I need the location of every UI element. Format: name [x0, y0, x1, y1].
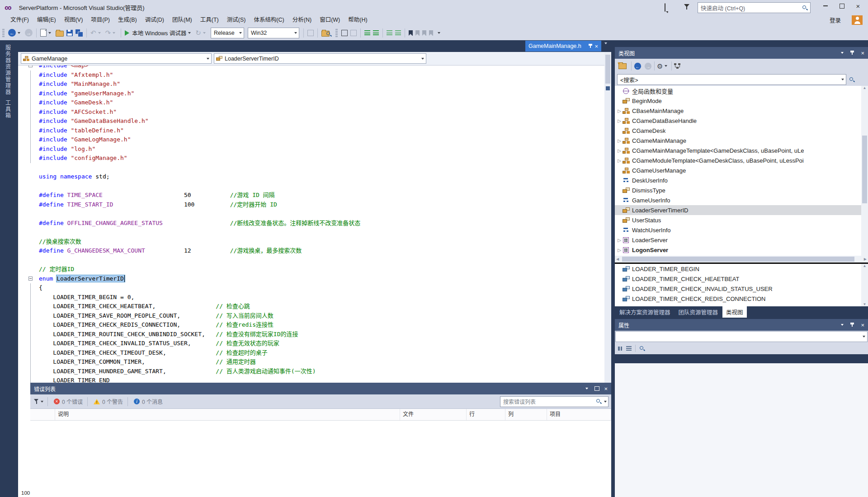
quick-launch-input[interactable]: 快速启动 (Ctrl+Q)	[698, 2, 811, 13]
open-file-button[interactable]	[56, 28, 64, 38]
close-panel-icon[interactable]: ×	[604, 385, 608, 392]
search-icon[interactable]	[849, 77, 855, 83]
expander-icon[interactable]: ▷	[616, 148, 623, 153]
close-button[interactable]: ×	[850, 0, 866, 12]
menu-item[interactable]: 团队(M)	[168, 15, 196, 25]
tool-window-tab[interactable]: 解决方案资源管理器	[616, 306, 674, 318]
error-list-body[interactable]	[30, 421, 611, 497]
class-view-tree-item[interactable]: DeskUserInfo	[615, 175, 868, 185]
property-search-icon[interactable]	[639, 346, 645, 352]
previous-bookmark-button[interactable]	[415, 28, 420, 38]
sign-in-link[interactable]: 登录	[830, 16, 841, 24]
save-button[interactable]	[66, 28, 73, 38]
configuration-combo[interactable]: Release	[211, 28, 244, 38]
clear-bookmarks-button[interactable]	[429, 28, 433, 38]
minimize-button[interactable]	[817, 0, 834, 12]
tree-horizontal-scrollbar[interactable]: ◀▶	[615, 256, 868, 263]
copy-button[interactable]	[350, 28, 357, 38]
properties-object-combo[interactable]	[615, 331, 868, 342]
class-view-tree-item[interactable]: ▷CGameModuleTemplate<GameDeskClass, uBas…	[615, 155, 868, 165]
code-line[interactable]	[18, 163, 604, 173]
code-line[interactable]: #include <map>	[18, 66, 604, 70]
pin-icon[interactable]	[848, 50, 856, 56]
member-list-item[interactable]: LOADER_TIMER_CHECK_INVALID_STATUS_USER	[615, 284, 868, 294]
error-column-header[interactable]	[30, 409, 55, 420]
class-diagram-icon[interactable]	[674, 63, 681, 69]
pin-icon[interactable]	[588, 43, 593, 49]
scrollbar-thumb[interactable]	[605, 55, 610, 84]
member-vertical-scrollbar[interactable]: ▲▼	[861, 264, 868, 306]
next-bookmark-button[interactable]	[422, 28, 426, 38]
class-view-tree-item[interactable]: ▷LogonServer	[615, 245, 868, 255]
tool-rail-tab[interactable]: 工具箱	[4, 100, 12, 119]
menu-item[interactable]: 窗口(W)	[316, 15, 344, 25]
refresh-button[interactable]: ↻	[195, 28, 208, 38]
find-in-files-button[interactable]	[321, 28, 332, 38]
code-line[interactable]: enum LoaderServerTimerID	[18, 274, 604, 284]
code-line[interactable]: LOADER_TIMER_BEGIN = 0,	[18, 293, 604, 302]
tab-overflow-button[interactable]	[603, 44, 609, 52]
code-line[interactable]: LOADER_TIMER_HUNDRED_GAME_START, // 百人类游…	[18, 367, 604, 376]
increase-indent-button[interactable]	[373, 28, 379, 38]
error-column-header[interactable]: 行	[467, 409, 505, 420]
navigate-forward-button[interactable]: →	[25, 28, 33, 38]
expander-icon[interactable]: ▷	[616, 118, 623, 123]
filter-icon[interactable]	[34, 399, 40, 404]
code-line[interactable]: #include "GameDataBaseHandle.h"	[18, 117, 604, 126]
save-all-button[interactable]	[75, 28, 83, 38]
window-position-icon[interactable]	[841, 52, 844, 54]
code-line[interactable]: #define TIME_SPACE 50 //游戏 ID 间隔	[18, 191, 604, 200]
code-line[interactable]: {	[18, 283, 604, 293]
code-line[interactable]: #include "GameDesk.h"	[18, 98, 604, 108]
attach-process-button[interactable]	[307, 28, 314, 38]
navigate-to-button[interactable]	[341, 28, 348, 38]
class-view-tree-item[interactable]: CGameUserManage	[615, 165, 868, 175]
class-view-tree-item[interactable]: WatchUserInfo	[615, 225, 868, 235]
expander-icon[interactable]: ▷	[616, 238, 623, 243]
menu-item[interactable]: 工具(T)	[196, 15, 223, 25]
code-line[interactable]: #include "log.h"	[18, 145, 604, 154]
code-line[interactable]: LOADER_TIMER_SAVE_ROOM_PEOPLE_COUNT, // …	[18, 311, 604, 321]
tree-vertical-scrollbar[interactable]: ▲	[861, 86, 868, 256]
member-dropdown[interactable]: LoaderServerTimerID	[214, 53, 426, 64]
member-list-item[interactable]: LOADER_TIMER_CHECK_REDIS_CONNECTION	[615, 294, 868, 304]
menu-item[interactable]: 分析(N)	[288, 15, 316, 25]
code-line[interactable]: LOADER_TIMER_CHECK_TIMEOUT_DESK, // 检查超时…	[18, 348, 604, 358]
code-line[interactable]: LOADER_TIMER_ROUTINE_CHECK_UNBINDID_SOCK…	[18, 330, 604, 339]
error-column-header[interactable]: 说明	[55, 409, 400, 420]
uncomment-button[interactable]	[395, 28, 401, 38]
member-list-item[interactable]: LOADER_TIMER_BEGIN	[615, 264, 868, 274]
class-view-tree-item[interactable]: ▷CGameMainManage	[615, 136, 868, 145]
error-list-search-input[interactable]: 搜索错误列表	[500, 396, 609, 407]
fold-collapse-icon[interactable]	[28, 66, 33, 67]
code-line[interactable]: #include "configManage.h"	[18, 154, 604, 163]
member-list-item[interactable]: LOADER_TIMER_CHECK_HEAETBEAT	[615, 274, 868, 284]
toggle-bookmark-button[interactable]	[409, 28, 413, 38]
restore-button[interactable]	[834, 0, 850, 12]
maximize-panel-icon[interactable]	[594, 386, 599, 391]
menu-item[interactable]: 项目(P)	[87, 15, 114, 25]
code-line[interactable]: #include "GameLogManage.h"	[18, 135, 604, 145]
code-line[interactable]: LOADER_TIMER_COMMON_TIMER, // 通用定时器	[18, 357, 604, 367]
window-position-icon[interactable]	[584, 388, 590, 389]
close-panel-icon[interactable]: ×	[861, 322, 864, 328]
code-line[interactable]	[18, 228, 604, 237]
document-tab[interactable]: GameMainManage.h ×	[525, 41, 601, 52]
code-line[interactable]: #include "tableDefine.h"	[18, 126, 604, 136]
code-line[interactable]: #include "AFCSocket.h"	[18, 108, 604, 117]
menu-item[interactable]: 生成(B)	[114, 15, 141, 25]
menu-item[interactable]: 调试(D)	[141, 15, 168, 25]
close-tab-icon[interactable]: ×	[594, 43, 598, 49]
errors-count[interactable]: 0 个错误	[62, 398, 83, 405]
error-column-header[interactable]: 项目	[547, 409, 611, 420]
class-view-tree-item[interactable]: 全局函数和变量	[615, 86, 868, 96]
platform-combo[interactable]: Win32	[248, 28, 299, 38]
expander-icon[interactable]: ▷	[616, 138, 623, 143]
expander-icon[interactable]: ▷	[616, 248, 623, 253]
scope-dropdown[interactable]: GameManage	[21, 53, 212, 64]
expander-icon[interactable]: ▷	[616, 158, 623, 163]
code-line[interactable]: #include "MainManage.h"	[18, 80, 604, 89]
comment-button[interactable]	[387, 28, 392, 38]
feedback-icon[interactable]	[665, 4, 675, 12]
tool-window-tab[interactable]: 团队资源管理器	[675, 306, 722, 318]
